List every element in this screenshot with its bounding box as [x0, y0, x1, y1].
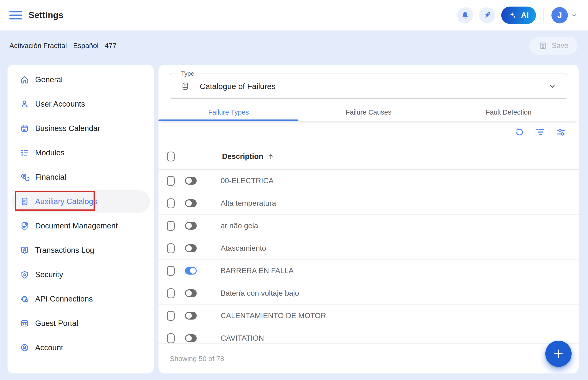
sidebar-item-document-management[interactable]: Document Management — [11, 215, 150, 237]
content: General User Accounts — [0, 61, 588, 380]
failure-type-description: Alta temperatura — [221, 199, 276, 208]
page-title: Settings — [29, 10, 63, 20]
tab-bar: Failure Types Failure Causes Fault Detec… — [159, 104, 579, 121]
enabled-toggle[interactable] — [185, 267, 197, 275]
sidebar-item-label: Auxiliary Catalogs — [35, 197, 97, 206]
sidebar-item-api-connections[interactable]: API Connections — [11, 288, 150, 310]
showing-count-label: Showing 50 of 78 — [170, 355, 224, 363]
sidebar-item-label: Document Management — [35, 221, 118, 230]
select-all-checkbox[interactable] — [167, 152, 175, 161]
enabled-toggle[interactable] — [185, 199, 197, 207]
sort-ascending-icon — [267, 153, 275, 160]
table-row[interactable]: Alta temperatura — [159, 192, 579, 215]
add-button[interactable] — [545, 341, 572, 367]
sidebar-item-financial[interactable]: Financial — [11, 166, 150, 188]
sidebar-item-business-calendar[interactable]: Business Calendar — [11, 117, 150, 140]
type-select-value: Catalogue of Failures — [200, 82, 276, 91]
notifications-button[interactable] — [457, 7, 473, 23]
sidebar-item-account[interactable]: Account — [11, 336, 150, 359]
sidebar-item-modules[interactable]: Modules — [11, 141, 150, 164]
table-row[interactable]: Batería con voltaje bajo — [159, 282, 579, 304]
enabled-toggle[interactable] — [185, 334, 197, 342]
row-checkbox[interactable] — [167, 266, 175, 276]
failure-type-description: ar não gela — [221, 221, 258, 230]
table-row[interactable]: Atascamiento — [159, 237, 579, 260]
ai-assistant-button[interactable]: AI — [501, 7, 536, 24]
row-checkbox[interactable] — [167, 221, 175, 231]
failure-type-description: Atascamiento — [221, 244, 266, 253]
tab-fault-detection[interactable]: Fault Detection — [439, 104, 579, 121]
sidebar-item-label: Account — [35, 343, 63, 352]
sidebar-item-general[interactable]: General — [11, 68, 150, 91]
enabled-toggle[interactable] — [185, 289, 197, 297]
table-row[interactable]: BARRERA EN FALLA — [159, 260, 579, 282]
enabled-toggle[interactable] — [185, 312, 197, 320]
home-icon — [20, 75, 30, 85]
user-menu[interactable]: J — [551, 7, 578, 23]
chip-gear-icon — [20, 294, 30, 304]
sidebar-item-label: API Connections — [35, 294, 93, 304]
type-select[interactable]: Type Catalogue of Failures — [170, 74, 567, 99]
column-settings-button[interactable] — [555, 127, 567, 138]
table-row[interactable]: 00-ELECTRICA — [159, 170, 579, 192]
topbar-divider — [544, 8, 544, 22]
enabled-toggle[interactable] — [185, 222, 197, 229]
sidebar-item-label: General — [35, 75, 62, 84]
type-field-wrap: Type Catalogue of Failures — [159, 65, 579, 99]
bell-icon — [461, 11, 470, 20]
save-button[interactable]: Save — [529, 37, 578, 55]
table-row[interactable]: ar não gela — [159, 215, 579, 237]
whats-new-button[interactable] — [479, 7, 495, 23]
list-toolbar — [159, 121, 579, 143]
sidebar-item-user-accounts[interactable]: User Accounts — [11, 93, 150, 115]
catalog-icon — [181, 81, 190, 91]
sidebar-item-label: Transactions Log — [35, 246, 94, 255]
topbar-actions: AI J — [457, 7, 578, 24]
context-bar: Activación Fracttal - Español - 477 Save — [0, 30, 588, 61]
sidebar-item-security[interactable]: Security — [11, 263, 150, 286]
row-checkbox[interactable] — [167, 311, 175, 321]
row-checkbox[interactable] — [167, 288, 175, 298]
tab-failure-types[interactable]: Failure Types — [159, 104, 299, 121]
browser-code-icon — [20, 318, 30, 328]
table-row[interactable]: CALENTAMIENTO DE MOTOR — [159, 304, 579, 327]
failure-type-description: 00-ELECTRICA — [221, 176, 274, 185]
ai-label: AI — [521, 11, 529, 20]
user-add-icon — [20, 99, 30, 109]
person-badge-icon — [20, 245, 30, 255]
sidebar-item-label: User Accounts — [35, 100, 85, 109]
sidebar-item-guest-portal[interactable]: Guest Portal — [11, 312, 150, 335]
auxiliary-catalogs-panel: Type Catalogue of Failures Failure Types… — [159, 65, 579, 373]
filter-icon — [535, 127, 546, 137]
row-checkbox[interactable] — [167, 243, 175, 253]
chevron-down-icon — [548, 82, 557, 90]
avatar[interactable]: J — [551, 7, 568, 23]
enabled-toggle[interactable] — [185, 177, 197, 185]
row-checkbox[interactable] — [167, 176, 175, 186]
sidebar-item-label: Financial — [35, 173, 66, 182]
top-bar: Settings AI — [0, 0, 588, 30]
sidebar-item-label: Security — [35, 270, 63, 279]
type-field-label: Type — [179, 70, 197, 77]
row-checkbox[interactable] — [167, 333, 175, 343]
enabled-toggle[interactable] — [185, 244, 197, 252]
table-row[interactable]: CAVITATION — [159, 327, 579, 343]
filter-button[interactable] — [535, 127, 546, 138]
refresh-button[interactable] — [514, 127, 525, 138]
shield-icon — [20, 270, 30, 280]
tab-failure-causes[interactable]: Failure Causes — [299, 104, 438, 121]
chevron-down-icon[interactable] — [571, 12, 578, 19]
row-checkbox[interactable] — [167, 198, 175, 208]
failure-type-description: BARRERA EN FALLA — [221, 266, 294, 275]
tune-sliders-icon — [555, 127, 566, 137]
plus-icon — [552, 348, 565, 360]
save-disk-icon — [539, 41, 547, 50]
description-column-header[interactable]: Description — [222, 152, 275, 161]
menu-icon[interactable] — [9, 11, 22, 19]
sidebar-item-label: Modules — [35, 148, 64, 157]
company-context-label: Activación Fracttal - Español - 477 — [9, 42, 117, 50]
document-clock-icon — [20, 221, 30, 231]
sidebar-item-auxiliary-catalogs[interactable]: Auxiliary Catalogs — [11, 190, 150, 213]
sidebar-item-transactions-log[interactable]: Transactions Log — [11, 239, 150, 262]
description-header-label: Description — [222, 152, 263, 161]
